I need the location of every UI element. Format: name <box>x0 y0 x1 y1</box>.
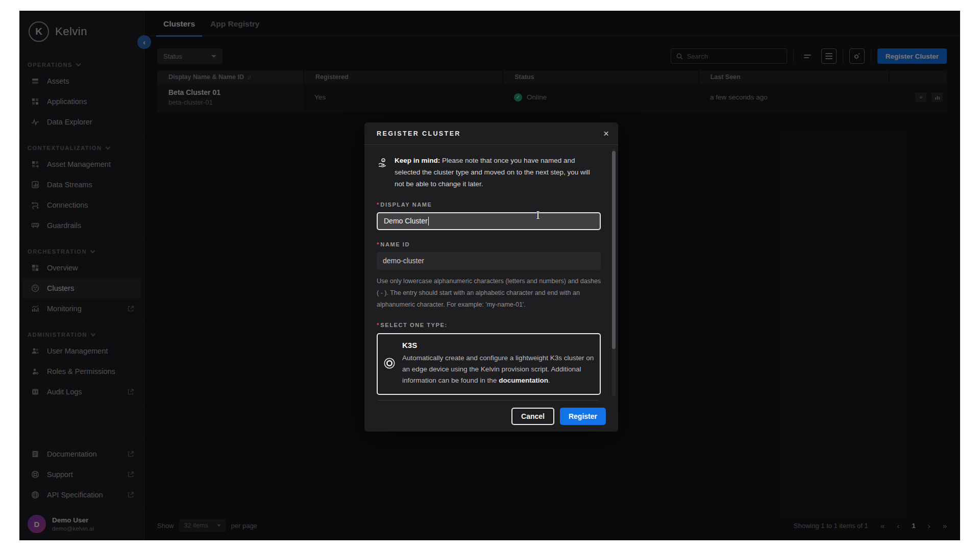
name-id-value: demo-cluster <box>383 257 424 265</box>
close-icon[interactable]: × <box>603 129 609 138</box>
modal-footer: Cancel Register <box>364 400 618 432</box>
keep-in-mind-note: Keep in mind: Please note that once you … <box>377 155 601 190</box>
keep-in-mind-icon <box>377 155 388 190</box>
note-title: Keep in mind: <box>395 157 440 164</box>
type-description: Automatically create and configure a lig… <box>402 353 595 386</box>
type-description-text: Automatically create and configure a lig… <box>402 354 594 384</box>
radio-selected-icon[interactable] <box>385 359 394 368</box>
name-id-label: NAME ID <box>377 241 601 247</box>
text-caret <box>428 217 429 226</box>
register-cluster-modal: REGISTER CLUSTER × Keep in mind: Please … <box>364 122 618 432</box>
modal-scrollbar[interactable] <box>612 149 616 396</box>
modal-body: Keep in mind: Please note that once you … <box>364 145 618 400</box>
note-text: Keep in mind: Please note that once you … <box>395 155 601 190</box>
register-button[interactable]: Register <box>560 408 606 425</box>
type-description-text: . <box>548 377 550 384</box>
app-window: K Kelvin OPERATIONS Assets Applications … <box>19 11 960 540</box>
display-name-value: Demo Cluster <box>384 217 428 225</box>
select-type-label: SELECT ONE TYPE: <box>377 322 601 328</box>
modal-scrollbar-thumb[interactable] <box>612 151 616 349</box>
display-name-input[interactable]: Demo Cluster <box>377 212 601 230</box>
type-option-k3s[interactable]: K3S Automatically create and configure a… <box>377 333 601 395</box>
modal-title: REGISTER CLUSTER <box>377 130 461 137</box>
mouse-ibeam-cursor: I <box>536 209 540 221</box>
type-option-kubernetes[interactable]: Kubernetes <box>377 400 601 400</box>
documentation-link[interactable]: documentation <box>499 377 548 384</box>
cancel-button[interactable]: Cancel <box>511 408 554 425</box>
type-name: K3S <box>402 341 595 349</box>
name-id-input[interactable]: demo-cluster <box>377 252 601 270</box>
modal-header: REGISTER CLUSTER × <box>364 122 618 145</box>
name-id-help-text: Use only lowercase alphanumeric characte… <box>377 276 602 311</box>
display-name-label: DISPLAY NAME <box>377 202 601 208</box>
